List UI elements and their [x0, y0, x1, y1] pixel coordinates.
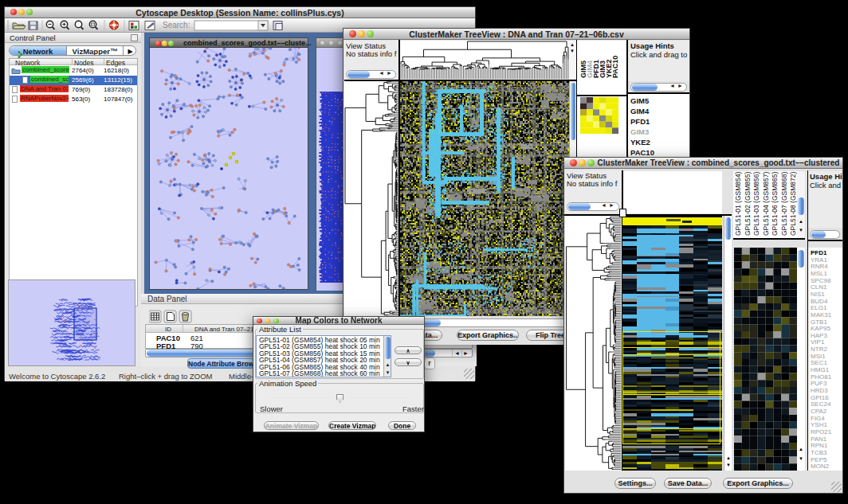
svg-text:Search:: Search: [163, 21, 190, 29]
